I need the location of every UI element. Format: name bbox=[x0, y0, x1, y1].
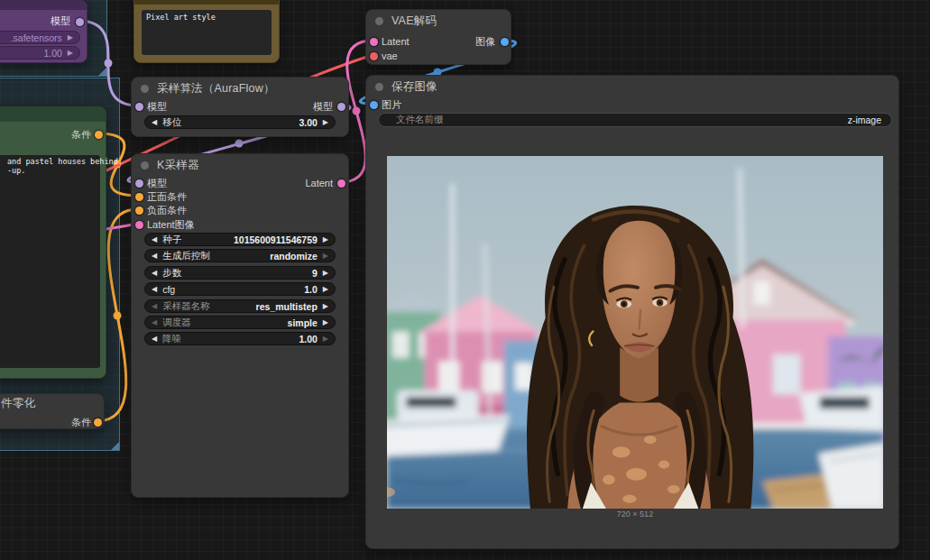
decrement-arrow-icon[interactable]: ◀ bbox=[152, 335, 157, 343]
widget-value: 3.00 bbox=[299, 117, 317, 128]
node-titlebar[interactable]: 件零化 bbox=[0, 394, 104, 412]
conditioning-output-port[interactable] bbox=[94, 418, 102, 427]
input-label: 模型 bbox=[147, 179, 167, 188]
link-midpoint-dot[interactable] bbox=[353, 107, 361, 115]
cfg-widget[interactable]: ◀ cfg 1.0 ▶ bbox=[144, 282, 336, 296]
input-label: 模型 bbox=[147, 102, 167, 112]
node-titlebar[interactable]: K采样器 bbox=[132, 154, 348, 176]
decrement-arrow-icon[interactable]: ◀ bbox=[152, 236, 157, 243]
input-label: Latent图像 bbox=[147, 220, 195, 230]
widget-value: 1.0 bbox=[304, 284, 318, 295]
node-conditioning-zero-out[interactable]: 件零化 条件 bbox=[0, 393, 105, 429]
model-output-port[interactable] bbox=[76, 18, 84, 26]
widget-label: 采样器名称 bbox=[162, 300, 210, 313]
output-label: 模型 bbox=[313, 102, 333, 112]
node-save-image[interactable]: 保存图像 图片 文件名前缀 z-image bbox=[365, 75, 899, 549]
increment-arrow-icon[interactable]: ▶ bbox=[68, 50, 73, 57]
node-titlebar[interactable] bbox=[0, 1, 87, 10]
vae-input-port[interactable] bbox=[370, 52, 378, 60]
control-after-generate-widget[interactable]: ◀ 生成后控制 randomize ▶ bbox=[144, 249, 336, 262]
node-ksampler[interactable]: K采样器 模型 正面条件 负面条件 Latent图像 Latent ◀ 种子 1… bbox=[131, 153, 349, 498]
prompt-textarea[interactable]: and pastel houses behind.-up. bbox=[0, 155, 100, 368]
increment-arrow-icon[interactable]: ▶ bbox=[323, 270, 328, 277]
image-input-port[interactable] bbox=[370, 101, 378, 109]
strength-widget[interactable]: 1.00 ▶ bbox=[0, 46, 80, 60]
node-titlebar[interactable] bbox=[0, 107, 106, 122]
node-aura-flow-sampling[interactable]: 采样算法（AuraFlow） 模型 模型 ◀ 移位 3.00 ▶ bbox=[131, 77, 349, 137]
prompt-textarea[interactable]: Pixel art style bbox=[142, 10, 272, 55]
widget-label: 生成后控制 bbox=[162, 250, 210, 262]
widget-label: cfg bbox=[162, 284, 175, 295]
increment-arrow-icon[interactable]: ▶ bbox=[323, 286, 328, 293]
node-title: 保存图像 bbox=[391, 79, 437, 95]
decrement-arrow-icon[interactable]: ◀ bbox=[152, 270, 157, 277]
increment-arrow-icon[interactable]: ▶ bbox=[323, 303, 328, 310]
input-label: vae bbox=[382, 51, 398, 61]
strength-value: 1.00 bbox=[43, 48, 61, 59]
steps-widget[interactable]: ◀ 步数 9 ▶ bbox=[144, 266, 336, 280]
widget-label: 移位 bbox=[162, 116, 181, 129]
prompt-text: and pastel houses behind.-up. bbox=[7, 157, 123, 175]
node-model-loader[interactable]: 模型 .safetensors ▶ 1.00 ▶ bbox=[0, 0, 87, 63]
node-title: VAE解码 bbox=[391, 14, 437, 29]
shift-widget[interactable]: ◀ 移位 3.00 ▶ bbox=[144, 115, 336, 129]
node-title: 件零化 bbox=[1, 396, 35, 411]
node-clip-text-encode[interactable]: 条件 and pastel houses behind.-up. bbox=[0, 106, 106, 379]
positive-input-port[interactable] bbox=[135, 193, 143, 201]
model-output-port[interactable] bbox=[337, 103, 345, 111]
increment-arrow-icon[interactable]: ▶ bbox=[323, 335, 328, 343]
node-text-prompt[interactable]: Pixel art style bbox=[134, 0, 280, 63]
scheduler-widget[interactable]: ◀ 调度器 simple ▶ bbox=[144, 316, 336, 329]
link-midpoint-dot[interactable] bbox=[105, 60, 113, 68]
seed-widget[interactable]: ◀ 种子 1015600911546759 ▶ bbox=[144, 233, 336, 246]
model-input-port[interactable] bbox=[135, 103, 143, 111]
widget-value: randomize bbox=[270, 251, 318, 262]
increment-arrow-icon[interactable]: ▶ bbox=[323, 319, 328, 326]
collapse-dot-icon[interactable] bbox=[141, 161, 149, 170]
negative-input-port[interactable] bbox=[135, 207, 143, 215]
node-titlebar[interactable] bbox=[134, 0, 279, 5]
preview-image-art bbox=[387, 156, 883, 509]
link-midpoint-dot[interactable] bbox=[235, 140, 244, 148]
filename-prefix-value: z-image bbox=[848, 115, 881, 125]
latent-input-port[interactable] bbox=[370, 38, 378, 46]
widget-value: 1015600911546759 bbox=[234, 234, 318, 245]
node-graph-canvas[interactable]: 模型 .safetensors ▶ 1.00 ▶ Pixel art style… bbox=[0, 0, 930, 560]
checkpoint-value: .safetensors bbox=[11, 32, 62, 43]
denoise-widget[interactable]: ◀ 降噪 1.00 ▶ bbox=[144, 332, 336, 345]
output-label: Latent bbox=[305, 179, 333, 188]
link-midpoint-dot[interactable] bbox=[114, 312, 122, 320]
prompt-text: Pixel art style bbox=[146, 13, 216, 22]
node-titlebar[interactable]: 保存图像 bbox=[366, 76, 898, 97]
conditioning-output-port[interactable] bbox=[95, 131, 103, 139]
widget-label: 降噪 bbox=[162, 333, 181, 345]
latent-input-port[interactable] bbox=[135, 221, 143, 229]
input-label: 图片 bbox=[382, 100, 401, 110]
node-titlebar[interactable]: 采样算法（AuraFlow） bbox=[132, 78, 348, 99]
collapse-dot-icon[interactable] bbox=[375, 83, 383, 91]
widget-label: 种子 bbox=[162, 234, 181, 246]
filename-prefix-input[interactable]: 文件名前缀 z-image bbox=[378, 113, 892, 127]
checkpoint-widget[interactable]: .safetensors ▶ bbox=[0, 31, 80, 44]
image-dimensions-caption: 720 × 512 bbox=[387, 510, 883, 519]
sampler-name-widget[interactable]: ◀ 采样器名称 res_multistep ▶ bbox=[144, 299, 336, 313]
increment-arrow-icon[interactable]: ▶ bbox=[323, 252, 328, 260]
decrement-arrow-icon[interactable]: ◀ bbox=[152, 286, 157, 293]
latent-output-port[interactable] bbox=[337, 179, 345, 188]
node-vae-decode[interactable]: VAE解码 Latent vae 图像 bbox=[365, 9, 511, 65]
image-output-port[interactable] bbox=[501, 38, 509, 46]
decrement-arrow-icon[interactable]: ◀ bbox=[152, 119, 157, 126]
widget-value: simple bbox=[288, 317, 318, 328]
model-input-port[interactable] bbox=[135, 179, 143, 188]
collapse-dot-icon[interactable] bbox=[375, 17, 383, 25]
decrement-arrow-icon[interactable]: ◀ bbox=[152, 252, 157, 260]
increment-arrow-icon[interactable]: ▶ bbox=[68, 34, 73, 41]
increment-arrow-icon[interactable]: ▶ bbox=[323, 119, 328, 126]
output-label: 条件 bbox=[71, 130, 91, 140]
collapse-dot-icon[interactable] bbox=[141, 85, 149, 93]
increment-arrow-icon[interactable]: ▶ bbox=[323, 236, 328, 243]
node-titlebar[interactable]: VAE解码 bbox=[366, 10, 511, 32]
output-label: 图像 bbox=[475, 37, 495, 47]
decrement-arrow-icon[interactable]: ◀ bbox=[152, 319, 157, 326]
decrement-arrow-icon[interactable]: ◀ bbox=[152, 303, 157, 310]
